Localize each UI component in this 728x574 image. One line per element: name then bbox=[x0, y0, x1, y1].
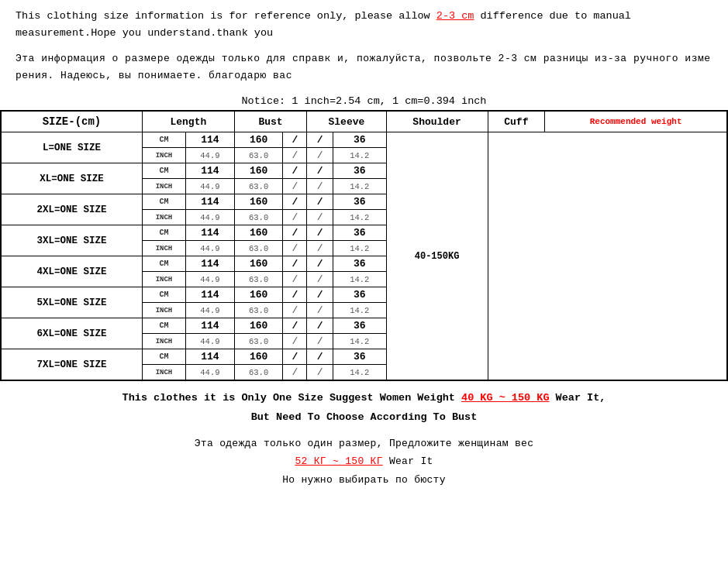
sleeve-inch: / bbox=[283, 210, 307, 225]
shoulder-inch: / bbox=[307, 179, 333, 194]
cuff-cm: 36 bbox=[333, 287, 386, 303]
sleeve-inch: / bbox=[283, 148, 307, 163]
table-wrapper: SIZE-(cm) Length Bust Sleeve Shoulder Cu… bbox=[0, 110, 728, 381]
inch-label: INCH bbox=[142, 334, 185, 349]
notice-text-part1: This clothing size information is for re… bbox=[16, 10, 436, 22]
size-label: XL=ONE SIZE bbox=[1, 163, 142, 194]
header-bust: Bust bbox=[234, 111, 307, 132]
bust-cm: 160 bbox=[234, 318, 283, 334]
bust-cm: 160 bbox=[234, 194, 283, 210]
footer-highlight: 40 KG ~ 150 KG bbox=[461, 392, 549, 404]
header-cuff: Cuff bbox=[488, 111, 545, 132]
length-inch: 44.9 bbox=[186, 210, 235, 225]
sleeve-cm: / bbox=[283, 163, 307, 179]
length-inch: 44.9 bbox=[186, 365, 235, 381]
table-row: L=ONE SIZECM114160//3640-150KG bbox=[1, 132, 727, 148]
shoulder-cm: / bbox=[307, 349, 333, 365]
shoulder-inch: / bbox=[307, 365, 333, 381]
table-row: 6XL=ONE SIZECM114160//36 bbox=[1, 318, 727, 334]
size-label: 5XL=ONE SIZE bbox=[1, 287, 142, 318]
footer-part2: Wear It, bbox=[549, 392, 606, 404]
length-cm: 114 bbox=[186, 132, 235, 148]
sleeve-cm: / bbox=[283, 194, 307, 210]
length-cm: 114 bbox=[186, 225, 235, 241]
cuff-cm: 36 bbox=[333, 132, 386, 148]
cm-label: CM bbox=[142, 349, 185, 365]
sleeve-cm: / bbox=[283, 349, 307, 365]
length-inch: 44.9 bbox=[186, 241, 235, 256]
shoulder-inch: / bbox=[307, 241, 333, 256]
sleeve-inch: / bbox=[283, 303, 307, 318]
sleeve-cm: / bbox=[283, 287, 307, 303]
header-sleeve: Sleeve bbox=[307, 111, 386, 132]
sleeve-inch: / bbox=[283, 241, 307, 256]
sleeve-cm: / bbox=[283, 256, 307, 272]
sleeve-inch: / bbox=[283, 179, 307, 194]
footer-russian-link-suffix: Wear It bbox=[383, 455, 433, 467]
length-inch: 44.9 bbox=[186, 148, 235, 163]
cuff-inch: 14.2 bbox=[333, 179, 386, 194]
table-row: XL=ONE SIZECM114160//36 bbox=[1, 163, 727, 179]
length-cm: 114 bbox=[186, 349, 235, 365]
sleeve-inch: / bbox=[283, 365, 307, 381]
cm-label: CM bbox=[142, 163, 185, 179]
recommended-weight: 40-150KG bbox=[386, 132, 488, 381]
shoulder-cm: / bbox=[307, 256, 333, 272]
cm-label: CM bbox=[142, 225, 185, 241]
table-row: 5XL=ONE SIZECM114160//36 bbox=[1, 287, 727, 303]
inch-label: INCH bbox=[142, 365, 185, 381]
cm-label: CM bbox=[142, 287, 185, 303]
shoulder-cm: / bbox=[307, 287, 333, 303]
inch-label: INCH bbox=[142, 272, 185, 287]
shoulder-inch: / bbox=[307, 148, 333, 163]
shoulder-cm: / bbox=[307, 132, 333, 148]
bust-cm: 160 bbox=[234, 287, 283, 303]
length-inch: 44.9 bbox=[186, 334, 235, 349]
notice-link: 2-3 cm bbox=[436, 10, 474, 22]
length-cm: 114 bbox=[186, 318, 235, 334]
bust-cm: 160 bbox=[234, 225, 283, 241]
size-label: 7XL=ONE SIZE bbox=[1, 349, 142, 381]
length-cm: 114 bbox=[186, 163, 235, 179]
sleeve-cm: / bbox=[283, 132, 307, 148]
length-inch: 44.9 bbox=[186, 179, 235, 194]
footer-text: This clothes it is Only One Size Suggest… bbox=[0, 381, 728, 430]
header-length: Length bbox=[142, 111, 234, 132]
length-cm: 114 bbox=[186, 194, 235, 210]
shoulder-inch: / bbox=[307, 210, 333, 225]
cuff-inch: 14.2 bbox=[333, 241, 386, 256]
length-inch: 44.9 bbox=[186, 303, 235, 318]
size-label: 3XL=ONE SIZE bbox=[1, 225, 142, 256]
size-label: L=ONE SIZE bbox=[1, 132, 142, 163]
cuff-cm: 36 bbox=[333, 256, 386, 272]
cuff-inch: 14.2 bbox=[333, 365, 386, 381]
header-size: SIZE-(cm) bbox=[1, 111, 142, 132]
cuff-inch: 14.2 bbox=[333, 334, 386, 349]
size-label: 6XL=ONE SIZE bbox=[1, 318, 142, 349]
size-label: 4XL=ONE SIZE bbox=[1, 256, 142, 287]
footer-russian: Эта одежда только один размер, Предложит… bbox=[0, 430, 728, 497]
header-shoulder: Shoulder bbox=[386, 111, 488, 132]
inch-label: INCH bbox=[142, 210, 185, 225]
cm-label: CM bbox=[142, 194, 185, 210]
table-row: 4XL=ONE SIZECM114160//36 bbox=[1, 256, 727, 272]
bust-inch: 63.0 bbox=[234, 272, 283, 287]
cuff-cm: 36 bbox=[333, 163, 386, 179]
inch-label: INCH bbox=[142, 303, 185, 318]
size-label: 2XL=ONE SIZE bbox=[1, 194, 142, 225]
length-cm: 114 bbox=[186, 256, 235, 272]
footer-russian-line1: Эта одежда только один размер, Предложит… bbox=[195, 438, 533, 449]
bust-cm: 160 bbox=[234, 132, 283, 148]
sleeve-inch: / bbox=[283, 334, 307, 349]
shoulder-inch: / bbox=[307, 334, 333, 349]
inch-notice: Notice: 1 inch=2.54 cm, 1 cm=0.394 inch bbox=[0, 91, 728, 110]
bust-inch: 63.0 bbox=[234, 148, 283, 163]
cuff-cm: 36 bbox=[333, 318, 386, 334]
header-recommended: Recommended weight bbox=[545, 111, 727, 132]
table-row: 7XL=ONE SIZECM114160//36 bbox=[1, 349, 727, 365]
bust-inch: 63.0 bbox=[234, 241, 283, 256]
footer-russian-line3: Но нужно выбирать по бюсту bbox=[282, 474, 446, 486]
length-inch: 44.9 bbox=[186, 272, 235, 287]
footer-russian-link: 52 КГ ~ 150 КГ bbox=[295, 455, 382, 467]
inch-label: INCH bbox=[142, 241, 185, 256]
